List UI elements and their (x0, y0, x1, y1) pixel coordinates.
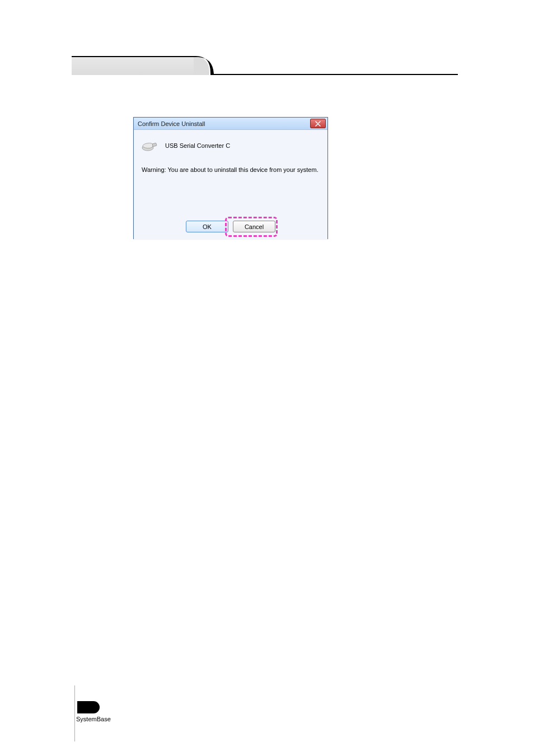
cancel-button[interactable]: Cancel (233, 221, 275, 232)
device-row: USB Serial Converter C (134, 130, 327, 153)
header-right-line (210, 74, 458, 75)
ok-button-label: OK (203, 223, 212, 230)
header-curve (194, 56, 214, 76)
close-button[interactable] (310, 119, 326, 128)
header-left-fill (72, 56, 195, 75)
footer-divider (74, 685, 75, 741)
usb-device-icon (140, 138, 158, 153)
warning-text: Warning: You are about to uninstall this… (134, 153, 327, 174)
confirm-uninstall-dialog: Confirm Device Uninstall USB Serial Conv… (133, 117, 328, 239)
dialog-body: USB Serial Converter C Warning: You are … (134, 130, 327, 239)
ok-button[interactable]: OK (186, 221, 228, 232)
page-footer: SystemBase (72, 701, 116, 722)
cancel-button-label: Cancel (245, 223, 264, 230)
dialog-title: Confirm Device Uninstall (138, 120, 205, 127)
brand-logo-icon (77, 701, 100, 713)
svg-rect-1 (152, 143, 157, 147)
brand-name: SystemBase (76, 713, 116, 722)
dialog-titlebar[interactable]: Confirm Device Uninstall (134, 118, 327, 130)
device-name-label: USB Serial Converter C (165, 142, 230, 149)
page-header-separator (72, 56, 458, 78)
dialog-button-row: OK Cancel (134, 221, 327, 232)
close-icon (315, 121, 321, 127)
